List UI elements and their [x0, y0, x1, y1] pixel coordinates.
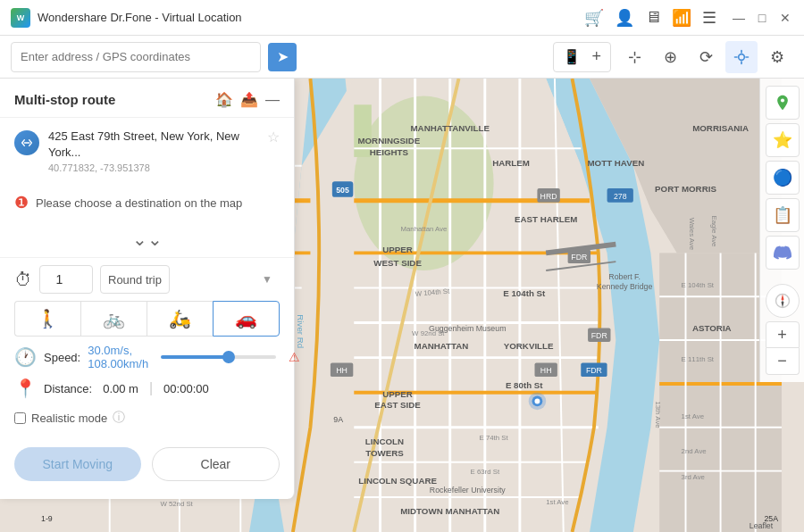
warning-icon: ⚠	[289, 350, 300, 364]
svg-text:WEST SIDE: WEST SIDE	[373, 258, 422, 268]
side-panel: Multi-stop route 🏠 📤 — 425 East 79th Str…	[0, 79, 295, 499]
time-value: 00:00:00	[163, 382, 209, 395]
svg-point-0	[739, 54, 745, 60]
search-box	[11, 42, 261, 72]
walk-transport-button[interactable]: 🚶	[14, 301, 80, 337]
close-button[interactable]: ✕	[777, 10, 793, 26]
realistic-mode-checkbox[interactable]	[14, 412, 26, 424]
wifi-icon[interactable]: 📶	[672, 8, 691, 28]
clear-button[interactable]: Clear	[152, 447, 281, 481]
svg-text:EAST SIDE: EAST SIDE	[374, 400, 421, 410]
window-controls: — □ ✕	[731, 10, 793, 26]
chevron-down-icon[interactable]: ⌄⌄	[132, 229, 163, 250]
panel-header: Multi-stop route 🏠 📤 —	[0, 79, 294, 118]
user-icon[interactable]: 👤	[615, 8, 634, 28]
svg-text:W 92nd St: W 92nd St	[412, 329, 445, 337]
error-item: ❶ Please choose a destination on the map	[0, 184, 294, 221]
trip-count-input[interactable]	[39, 265, 93, 294]
svg-text:MANHATTAN: MANHATTAN	[415, 341, 469, 351]
svg-text:UPPER: UPPER	[382, 245, 413, 254]
svg-text:505: 505	[336, 186, 349, 195]
distance-icon: 📍	[14, 378, 37, 399]
favorites-button[interactable]: ⭐	[766, 123, 800, 157]
trip-type-select[interactable]: Round trip One-way Loop	[100, 265, 170, 294]
svg-text:1-9: 1-9	[41, 514, 53, 523]
speed-info-row: 🕐 Speed: 30.0m/s, 108.00km/h ⚠	[14, 344, 280, 370]
cart-icon[interactable]: 🛒	[584, 8, 604, 28]
menu-icon[interactable]: ☰	[702, 8, 716, 28]
trip-type-wrapper: Round trip One-way Loop ▼	[100, 265, 280, 294]
info-icon[interactable]: ⓘ	[113, 410, 125, 426]
svg-text:MIDTOWN MANHATTAN: MIDTOWN MANHATTAN	[400, 506, 499, 516]
google-maps-button[interactable]	[766, 86, 800, 120]
phone-icon: 📱	[563, 48, 581, 65]
svg-text:HARLEM: HARLEM	[492, 158, 530, 168]
discord-button[interactable]	[766, 236, 800, 270]
bike-transport-button[interactable]: 🚲	[80, 301, 147, 337]
export-button[interactable]: 📤	[240, 91, 258, 108]
home-button[interactable]: 🏠	[215, 91, 233, 108]
start-moving-button[interactable]: Start Moving	[14, 447, 141, 481]
search-input[interactable]	[21, 50, 251, 63]
settings-tool[interactable]: ⚙	[761, 41, 793, 73]
realistic-mode-label: Realistic mode	[31, 411, 107, 425]
clipboard-button[interactable]: 📋	[766, 198, 800, 232]
svg-text:Robert F.: Robert F.	[608, 272, 641, 281]
svg-text:E 104th St: E 104th St	[503, 288, 546, 298]
minimize-button[interactable]: —	[731, 10, 747, 26]
scooter-transport-button[interactable]: 🛵	[147, 301, 213, 337]
location-tool[interactable]	[725, 41, 758, 73]
maximize-button[interactable]: □	[754, 10, 770, 26]
location-icon	[733, 48, 750, 66]
svg-text:HH: HH	[336, 366, 348, 375]
svg-text:3rd Ave: 3rd Ave	[682, 473, 705, 481]
svg-text:2nd Ave: 2nd Ave	[682, 447, 707, 455]
device-section: 📱 +	[553, 42, 611, 72]
speed-value: 30.0m/s, 108.00km/h	[88, 344, 148, 370]
svg-text:Manhattan Ave: Manhattan Ave	[400, 225, 447, 233]
crosshair-tool[interactable]: ⊹	[618, 41, 650, 73]
svg-text:Kennedy Bridge: Kennedy Bridge	[597, 282, 653, 291]
route-tool[interactable]: ⟳	[690, 41, 722, 73]
favorite-icon[interactable]: ☆	[267, 129, 280, 145]
svg-text:TOWERS: TOWERS	[365, 448, 404, 458]
svg-text:FDR: FDR	[571, 253, 587, 262]
car-transport-button[interactable]: 🚗	[213, 301, 280, 337]
timer-icon: ⏱	[14, 270, 32, 290]
chevron-down-icon: ▼	[262, 273, 272, 286]
speed-slider[interactable]	[161, 355, 276, 359]
titlebar-icons: 🛒 👤 🖥 📶 ☰	[584, 8, 716, 28]
svg-point-91	[534, 399, 540, 404]
speed-label: Speed:	[44, 351, 80, 364]
svg-text:FDR: FDR	[591, 331, 607, 340]
location-button[interactable]: 🔵	[766, 161, 800, 195]
svg-text:MOTT HAVEN: MOTT HAVEN	[587, 158, 644, 168]
monitor-icon[interactable]: 🖥	[645, 8, 661, 27]
svg-text:1st Ave: 1st Ave	[682, 412, 704, 420]
route-coords: 40.771832, -73.951378	[48, 162, 258, 173]
zoom-out-button[interactable]: −	[766, 348, 800, 375]
search-button[interactable]: ➤	[268, 43, 297, 71]
distance-row: 📍 Distance: 0.00 m | 00:00:00	[14, 378, 280, 399]
trip-row: ⏱ Round trip One-way Loop ▼	[14, 265, 280, 294]
svg-text:UPPER: UPPER	[382, 389, 413, 399]
app-title: Wondershare Dr.Fone - Virtual Location	[38, 11, 584, 24]
collapse-button[interactable]: —	[265, 92, 280, 108]
action-row: Start Moving Clear	[0, 436, 294, 485]
device-button[interactable]: 📱 +	[553, 42, 611, 72]
expand-section: ⌄⌄	[0, 221, 294, 257]
svg-text:LINCOLN: LINCOLN	[365, 436, 404, 446]
panel-actions: 🏠 📤 —	[215, 91, 280, 108]
svg-text:E 63rd St: E 63rd St	[471, 468, 500, 476]
compass-button[interactable]	[766, 284, 800, 318]
svg-text:MORNINGSIDE: MORNINGSIDE	[357, 136, 420, 145]
discord-icon	[774, 244, 791, 262]
svg-text:E 74th St: E 74th St	[480, 434, 509, 442]
svg-text:Wales Ave: Wales Ave	[688, 218, 696, 250]
svg-text:River Rd: River Rd	[296, 314, 306, 348]
zoom-in-button[interactable]: +	[766, 321, 800, 348]
svg-text:Leaflet: Leaflet	[750, 521, 774, 530]
svg-text:EAST HARLEM: EAST HARLEM	[515, 214, 577, 224]
multipoint-tool[interactable]: ⊕	[654, 41, 686, 73]
route-address: 425 East 79th Street, New York, New York…	[48, 129, 258, 161]
